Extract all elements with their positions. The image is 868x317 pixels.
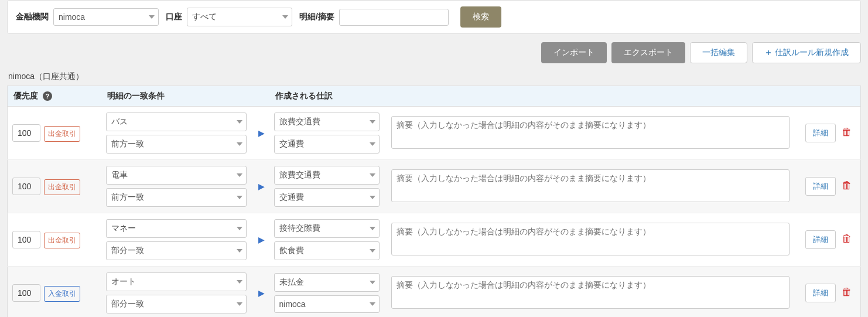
import-button[interactable]: インポート [541,42,607,63]
chevron-down-icon [370,196,375,199]
summary-textarea[interactable] [391,169,790,202]
detail-summary-label: 明細/摘要 [299,12,334,22]
chevron-down-icon [282,15,288,19]
chevron-down-icon [370,120,375,124]
direction-tag: 出金取引 [44,179,80,195]
arrow-right-icon: ▶ [258,235,265,244]
match-type-value: 部分一致 [111,299,144,308]
chevron-down-icon [370,281,375,284]
match-type-select[interactable]: 前方一致 [106,188,247,207]
direction-tag: 出金取引 [44,233,80,248]
table-row: 100出金取引マネー部分一致▶接待交際費飲食費詳細 🗑 [8,213,861,267]
match-type-value: 前方一致 [111,192,144,202]
keyword-value: マネー [111,223,136,233]
direction-tag: 入金取引 [44,286,80,302]
chevron-down-icon [370,173,375,177]
category1-select[interactable]: 未払金 [274,273,380,292]
account-value: すべて [192,12,217,21]
match-type-value: 前方一致 [111,139,144,148]
keyword-value: 電車 [111,170,128,179]
arrow-right-icon: ▶ [258,128,265,138]
category2-value: nimoca [279,299,306,309]
col-conditions: 明細の一致条件 [101,86,254,107]
category1-select[interactable]: 接待交際費 [274,219,380,238]
filter-panel: 金融機関 nimoca 口座 すべて 明細/摘要 検索 [7,0,861,34]
trash-icon[interactable]: 🗑 [838,286,856,298]
match-type-select[interactable]: 部分一致 [106,241,247,260]
summary-textarea[interactable] [391,116,790,149]
chevron-down-icon [237,142,242,146]
match-type-select[interactable]: 前方一致 [106,135,247,154]
chevron-down-icon [237,227,242,230]
priority-input[interactable]: 100 [12,231,40,248]
category2-select[interactable]: nimoca [274,295,380,313]
detail-button[interactable]: 詳細 [805,124,836,142]
col-journal: 作成される仕訳 [269,86,797,107]
trash-icon[interactable]: 🗑 [838,179,856,191]
account-select[interactable]: すべて [187,8,292,26]
trash-icon[interactable]: 🗑 [838,233,856,244]
category1-select[interactable]: 旅費交通費 [274,166,380,185]
col-priority: 優先度 ? [8,86,101,107]
help-icon[interactable]: ? [43,91,52,101]
chevron-down-icon [237,196,242,199]
export-button[interactable]: エクスポート [611,42,685,63]
chevron-down-icon [237,120,242,124]
section-heading: nimoca（口座共通） [8,71,861,82]
table-row: 100出金取引バス前方一致▶旅費交通費交通費詳細 🗑 [8,107,861,160]
table-row: 100入金取引オート部分一致▶未払金nimoca詳細 🗑 [8,267,861,318]
chevron-down-icon [370,302,375,306]
match-type-value: 部分一致 [111,246,144,255]
category2-select[interactable]: 交通費 [274,188,380,207]
chevron-down-icon [370,142,375,146]
chevron-down-icon [370,227,375,230]
keyword-select[interactable]: マネー [106,219,247,238]
detail-button[interactable]: 詳細 [805,284,836,302]
keyword-select[interactable]: 電車 [106,166,247,185]
category2-value: 飲食費 [279,246,304,255]
category1-select[interactable]: 旅費交通費 [274,113,380,131]
chevron-down-icon [237,280,242,284]
new-rule-label: 仕訳ルール新規作成 [775,47,849,58]
priority-input[interactable]: 100 [12,178,40,195]
account-label: 口座 [166,12,182,22]
arrow-right-icon: ▶ [258,182,265,191]
priority-input[interactable]: 100 [12,284,40,302]
category1-value: 接待交際費 [279,223,320,233]
arrow-right-icon: ▶ [258,288,265,298]
keyword-select[interactable]: バス [106,113,247,131]
priority-input[interactable]: 100 [12,124,40,142]
table-row: 100出金取引電車前方一致▶旅費交通費交通費詳細 🗑 [8,160,861,213]
trash-icon[interactable]: 🗑 [838,126,856,138]
institution-value: nimoca [59,12,85,22]
chevron-down-icon [370,249,375,253]
plus-icon: ＋ [764,47,773,58]
summary-textarea[interactable] [391,276,790,309]
direction-tag: 出金取引 [44,126,80,142]
col-actions [797,86,861,107]
new-rule-button[interactable]: ＋ 仕訳ルール新規作成 [752,42,861,63]
bulk-edit-button[interactable]: 一括編集 [690,42,747,63]
summary-textarea[interactable] [391,223,790,255]
category2-value: 交通費 [279,192,304,202]
keyword-value: オート [111,277,136,286]
category2-value: 交通費 [279,139,304,148]
detail-button[interactable]: 詳細 [805,177,836,196]
detail-button[interactable]: 詳細 [805,230,836,249]
keyword-value: バス [111,117,128,126]
institution-select[interactable]: nimoca [53,8,159,26]
keyword-select[interactable]: オート [106,272,247,291]
category1-value: 旅費交通費 [279,117,320,126]
detail-summary-input[interactable] [339,9,449,26]
category2-select[interactable]: 交通費 [274,135,380,154]
chevron-down-icon [237,249,242,253]
category2-select[interactable]: 飲食費 [274,241,380,260]
match-type-select[interactable]: 部分一致 [106,295,247,313]
chevron-down-icon [237,173,242,177]
search-button[interactable]: 検索 [460,6,501,28]
chevron-down-icon [237,302,242,306]
col-arrow [254,86,269,107]
chevron-down-icon [149,15,155,19]
category1-value: 未払金 [279,277,304,287]
rules-table: 優先度 ? 明細の一致条件 作成される仕訳 100出金取引バス前方一致▶旅費交通… [7,86,861,317]
